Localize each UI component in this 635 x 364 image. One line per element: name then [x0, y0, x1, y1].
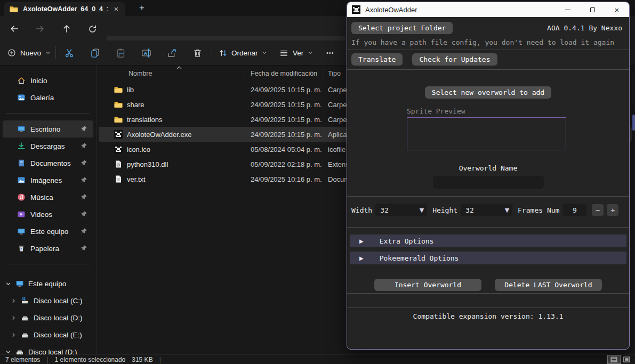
close-button[interactable]: ×: [605, 2, 629, 17]
toolbar-divider: [55, 46, 56, 59]
status-item-count: 7 elementos: [5, 356, 40, 363]
tree-item-label: Disco local (D:): [28, 348, 77, 355]
sidebar-item-galeria[interactable]: Galería: [3, 89, 93, 106]
maximize-button[interactable]: [580, 2, 605, 17]
file-name: translations: [127, 116, 162, 124]
tree-item-disco-c[interactable]: Disco local (C:): [0, 292, 96, 309]
status-divider: |: [46, 356, 48, 363]
sidebar-item-label: Descargas: [30, 142, 65, 150]
sprite-preview-label: Sprite Preview: [407, 107, 629, 115]
chevron-down-icon[interactable]: [5, 349, 11, 355]
view-button[interactable]: Ver: [279, 41, 313, 65]
file-name: ver.txt: [127, 175, 146, 183]
column-header-name[interactable]: Nombre: [128, 70, 152, 77]
width-dropdown[interactable]: 32 ▼: [375, 204, 427, 216]
back-button[interactable]: [7, 22, 21, 36]
axoloteowadder-window: AxoloteOwAdder × Select project Folder A…: [347, 2, 630, 350]
column-divider[interactable]: [324, 69, 324, 78]
tree-item-disco-d2[interactable]: Disco local (D:): [0, 343, 96, 354]
rename-button[interactable]: A: [139, 41, 153, 65]
collapsed-arrow-icon: ▶: [359, 255, 364, 261]
up-button[interactable]: [60, 22, 74, 36]
overworld-name-label: Overworld Name: [347, 164, 629, 172]
separator: [347, 69, 629, 70]
sidebar-item-papelera[interactable]: Papelera: [3, 240, 93, 257]
chevron-down-icon: [308, 50, 313, 55]
rename-icon: A: [141, 48, 151, 58]
tab-close-button[interactable]: ×: [112, 5, 120, 13]
app-title-bar[interactable]: AxoloteOwAdder ×: [347, 2, 629, 17]
share-button[interactable]: [165, 41, 179, 65]
sidebar-item-imagenes[interactable]: Imágenes: [3, 172, 93, 189]
select-project-folder-button[interactable]: Select project Folder: [351, 22, 453, 34]
large-icons-view-toggle[interactable]: [620, 355, 633, 364]
select-new-overworld-button[interactable]: Select new overworld to add: [425, 86, 551, 99]
translate-button[interactable]: Translate: [351, 53, 403, 66]
sidebar-item-label: Documentos: [30, 159, 71, 167]
dropdown-arrow-icon: ▼: [420, 207, 424, 214]
delete-last-overworld-button[interactable]: Delete LAST Overworld: [495, 279, 602, 291]
scrollbar-track-fragment[interactable]: [632, 72, 634, 104]
sidebar-item-descargas[interactable]: Descargas: [3, 137, 93, 155]
more-options-button[interactable]: •••: [326, 41, 334, 65]
tree-item-este-equipo[interactable]: Este equipo: [0, 275, 96, 292]
frames-increase-button[interactable]: +: [607, 204, 618, 216]
pokeemerald-options-section-header[interactable]: ▶ Pokeemerald Options: [350, 252, 626, 264]
scrollbar-thumb-fragment[interactable]: [632, 115, 635, 131]
chevron-right-icon[interactable]: [11, 315, 17, 321]
sidebar-divider: [6, 264, 90, 264]
sidebar-item-inicio[interactable]: Inicio: [3, 72, 93, 89]
copy-button[interactable]: [88, 41, 102, 65]
separator: [347, 308, 629, 308]
forward-button[interactable]: [33, 22, 47, 36]
toolbar-divider: [212, 46, 212, 59]
refresh-button[interactable]: [85, 22, 99, 36]
music-icon: [17, 193, 26, 201]
pin-icon: [81, 211, 87, 217]
sidebar-item-este-equipo[interactable]: Este equipo: [3, 223, 93, 240]
overworld-name-input[interactable]: [433, 176, 544, 189]
sidebar-item-musica[interactable]: Música: [3, 189, 93, 206]
insert-overworld-button[interactable]: Insert Overworld: [374, 279, 481, 291]
minimize-button[interactable]: [556, 2, 580, 17]
desktop-icon: [17, 125, 26, 133]
column-header-date[interactable]: Fecha de modificación: [251, 70, 317, 77]
sidebar-item-videos[interactable]: Videos: [3, 206, 93, 223]
frames-decrease-button[interactable]: −: [592, 204, 604, 216]
frames-num-label: Frames Num: [518, 206, 559, 214]
file-date: 24/09/2025 10:15 p. m.: [251, 116, 322, 124]
svg-text:A: A: [143, 50, 147, 55]
extra-options-section-header[interactable]: ▶ Extra Options: [350, 234, 626, 247]
height-value: 32: [465, 206, 505, 214]
column-divider[interactable]: [244, 69, 244, 78]
new-button-label: Nuevo: [20, 49, 41, 57]
folder-icon: [10, 5, 18, 13]
sidebar-item-documentos[interactable]: Documentos: [3, 155, 93, 172]
tree-item-disco-e[interactable]: Disco local (E:): [0, 326, 96, 343]
sort-button-label: Ordenar: [231, 49, 258, 57]
height-dropdown[interactable]: 32 ▼: [461, 204, 512, 216]
chevron-right-icon[interactable]: [11, 298, 17, 304]
new-button[interactable]: Nuevo: [7, 41, 51, 65]
file-name: share: [127, 101, 144, 109]
check-updates-button[interactable]: Check for Updates: [412, 53, 497, 66]
status-selection-size: 315 KB: [132, 356, 152, 363]
sort-button[interactable]: Ordenar: [219, 41, 267, 65]
cut-button[interactable]: [62, 41, 76, 65]
file-type: Extens: [328, 160, 349, 168]
column-header-type[interactable]: Tipo: [328, 70, 341, 77]
chevron-right-icon[interactable]: [11, 332, 17, 338]
copy-icon: [90, 48, 100, 58]
sidebar-item-escritorio[interactable]: Escritorio: [3, 120, 93, 137]
frames-num-input[interactable]: [562, 204, 586, 216]
file-type: Carpet: [328, 116, 349, 124]
new-tab-button[interactable]: +: [135, 2, 148, 14]
chevron-down-icon[interactable]: [5, 281, 11, 287]
delete-button[interactable]: [190, 41, 204, 65]
folder-icon: [114, 85, 123, 94]
paste-button[interactable]: [114, 41, 127, 65]
details-view-toggle[interactable]: [607, 355, 621, 364]
explorer-active-tab[interactable]: AxoloteOwAdder_64_0_4_1 ×: [4, 2, 125, 16]
tree-item-disco-d[interactable]: Disco local (D:): [0, 309, 96, 326]
gallery-icon: [17, 93, 26, 102]
